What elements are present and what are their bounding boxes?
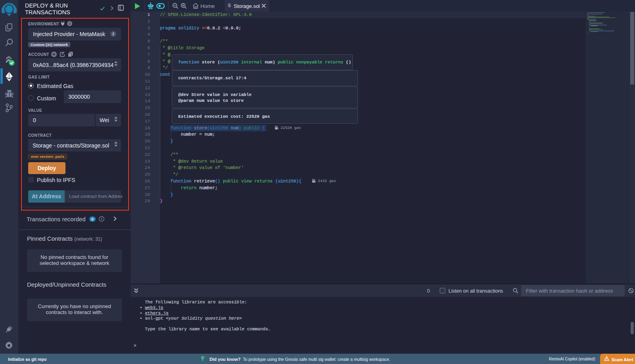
svg-text:i: i: [101, 217, 102, 221]
